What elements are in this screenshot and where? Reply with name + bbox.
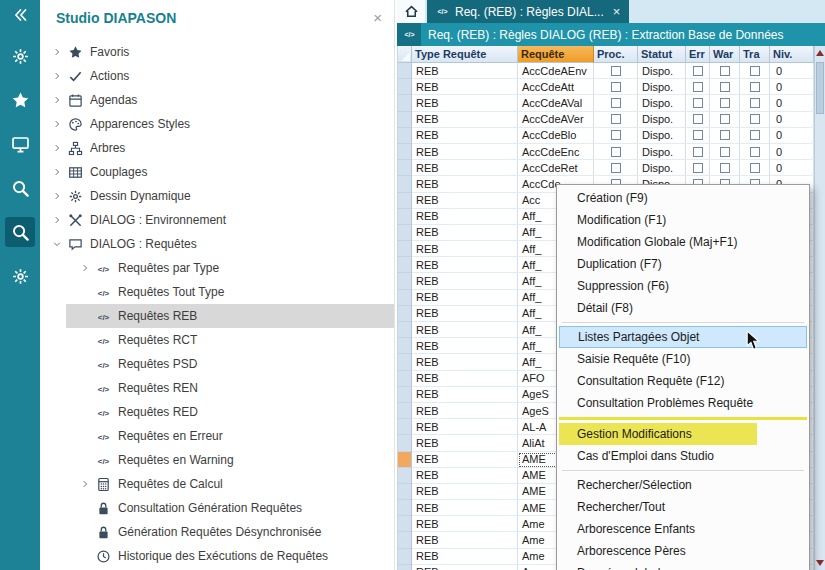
gear-button[interactable] (5, 41, 35, 71)
checkbox[interactable] (750, 114, 760, 124)
checkbox[interactable] (720, 130, 730, 140)
cell-err[interactable] (686, 112, 710, 128)
tree-item-actions[interactable]: Actions (40, 64, 394, 88)
star-button[interactable] (5, 85, 35, 115)
cell-type-requete[interactable]: REB (412, 160, 518, 176)
checkbox[interactable] (750, 163, 760, 173)
checkbox[interactable] (750, 66, 760, 76)
tree-item-requetes-par-type[interactable]: </>Requêtes par Type (40, 256, 394, 280)
cell-proc[interactable] (594, 160, 638, 176)
row-selector[interactable] (398, 322, 412, 338)
cell-type-requete[interactable]: REB (412, 500, 518, 516)
tree-item-generation-requetes-desynchronisee[interactable]: Génération Requêtes Désynchronisée (40, 520, 394, 544)
cell-type-requete[interactable]: REB (412, 403, 518, 419)
menu-item-cas-d-emploi-dans-studio[interactable]: Cas d'Emploi dans Studio (559, 445, 807, 467)
row-selector[interactable] (398, 468, 412, 484)
menu-item-arborescence-enfants[interactable]: Arborescence Enfants (559, 518, 807, 540)
cell-statut[interactable]: Dispo. (638, 160, 686, 176)
chevrons-left-button[interactable] (5, 3, 35, 27)
cell-type-requete[interactable]: REB (412, 128, 518, 144)
tree-item-requetes-tout-type[interactable]: </>Requêtes Tout Type (40, 280, 394, 304)
cell-statut[interactable]: Dispo. (638, 95, 686, 111)
menu-item-rechercher-tout[interactable]: Rechercher/Tout (559, 496, 807, 518)
checkbox[interactable] (611, 147, 621, 157)
cell-type-requete[interactable]: REB (412, 257, 518, 273)
tree-item-requetes-reb[interactable]: </>Requêtes REB (40, 304, 394, 328)
menu-item-creation-f9[interactable]: Création (F9) (559, 187, 807, 209)
checkbox[interactable] (611, 82, 621, 92)
menu-item-detail-f8[interactable]: Détail (F8) (559, 297, 807, 319)
column-header-requete[interactable]: Requête (518, 46, 594, 63)
cell-tra[interactable] (740, 160, 770, 176)
tree-item-requetes-de-calcul[interactable]: Requêtes de Calcul (40, 472, 394, 496)
monitor-button[interactable] (5, 129, 35, 159)
cell-niv[interactable]: 0 (770, 63, 814, 79)
grid-row[interactable]: REBAccCdeAValDispo.0 (398, 95, 814, 111)
row-selector[interactable] (398, 500, 412, 516)
cell-niv[interactable]: 0 (770, 128, 814, 144)
row-selector[interactable] (398, 306, 412, 322)
checkbox[interactable] (611, 163, 621, 173)
column-header-err[interactable]: Err (686, 46, 710, 63)
cell-type-requete[interactable]: REB (412, 112, 518, 128)
cell-proc[interactable] (594, 128, 638, 144)
cell-err[interactable] (686, 95, 710, 111)
cell-niv[interactable]: 0 (770, 112, 814, 128)
menu-item-duplication-f7[interactable]: Duplication (F7) (559, 253, 807, 275)
cell-tra[interactable] (740, 95, 770, 111)
cell-type-requete[interactable]: REB (412, 241, 518, 257)
cell-type-requete[interactable]: REB (412, 532, 518, 548)
cell-type-requete[interactable]: REB (412, 209, 518, 225)
checkbox[interactable] (693, 114, 703, 124)
row-selector[interactable] (398, 338, 412, 354)
cell-type-requete[interactable]: REB (412, 176, 518, 192)
cell-type-requete[interactable]: REB (412, 452, 518, 468)
cell-war[interactable] (710, 79, 740, 95)
menu-item-consultation-problemes-requete[interactable]: Consultation Problèmes Requête (559, 392, 807, 414)
cell-type-requete[interactable]: REB (412, 290, 518, 306)
menu-item-saisie-requete-f10[interactable]: Saisie Requête (F10) (559, 348, 807, 370)
row-selector[interactable] (398, 354, 412, 370)
column-header-proc[interactable]: Proc. (594, 46, 638, 63)
cell-statut[interactable]: Dispo. (638, 79, 686, 95)
row-selector[interactable] (398, 403, 412, 419)
checkbox[interactable] (720, 163, 730, 173)
checkbox[interactable] (720, 114, 730, 124)
row-selector[interactable] (398, 63, 412, 79)
row-selector[interactable] (398, 209, 412, 225)
cell-tra[interactable] (740, 144, 770, 160)
cell-tra[interactable] (740, 128, 770, 144)
checkbox[interactable] (720, 98, 730, 108)
checkbox[interactable] (720, 147, 730, 157)
search-button[interactable] (5, 217, 35, 247)
cell-statut[interactable]: Dispo. (638, 112, 686, 128)
cell-type-requete[interactable]: REB (412, 468, 518, 484)
column-header-statut[interactable]: Statut (638, 46, 686, 63)
tree-item-couplages[interactable]: Couplages (40, 160, 394, 184)
cell-err[interactable] (686, 144, 710, 160)
tree-item-dialog-requetes[interactable]: DIALOG : Requêtes (40, 232, 394, 256)
select-all-header[interactable] (398, 46, 412, 63)
checkbox[interactable] (750, 82, 760, 92)
tree-item-agendas[interactable]: Agendas (40, 88, 394, 112)
cell-tra[interactable] (740, 79, 770, 95)
checkbox[interactable] (750, 147, 760, 157)
tree-item-dessin-dynamique[interactable]: Dessin Dynamique (40, 184, 394, 208)
checkbox[interactable] (693, 66, 703, 76)
grid-row[interactable]: REBAccCdeBloDispo.0 (398, 128, 814, 144)
vertical-scrollbar[interactable] (814, 46, 825, 570)
row-selector[interactable] (398, 144, 412, 160)
tree-item-dialog-environnement[interactable]: DIALOG : Environnement (40, 208, 394, 232)
grid-row[interactable]: REBAccCdeEncDispo.0 (398, 144, 814, 160)
cell-type-requete[interactable]: REB (412, 565, 518, 570)
menu-item-donnees-globales[interactable]: Données globales (559, 562, 807, 570)
row-selector[interactable] (398, 452, 412, 468)
row-selector[interactable] (398, 484, 412, 500)
cell-war[interactable] (710, 95, 740, 111)
row-selector[interactable] (398, 95, 412, 111)
cell-war[interactable] (710, 112, 740, 128)
scroll-thumb[interactable] (816, 62, 824, 114)
tree-item-requetes-red[interactable]: </>Requêtes RED (40, 400, 394, 424)
checkbox[interactable] (611, 114, 621, 124)
cell-err[interactable] (686, 128, 710, 144)
